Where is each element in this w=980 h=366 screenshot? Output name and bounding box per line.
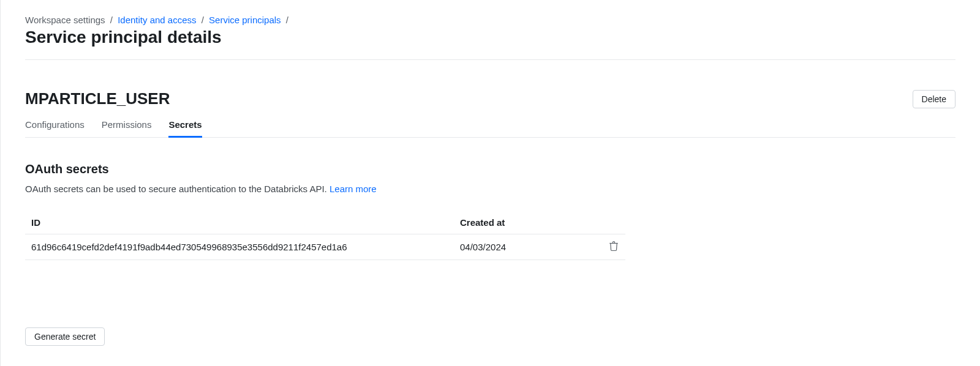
principal-name: MPARTICLE_USER [25, 89, 170, 108]
secrets-table: ID Created at 61d96c6419cefd2def4191f9ad… [25, 211, 625, 260]
breadcrumb: Workspace settings / Identity and access… [25, 15, 956, 25]
oauth-secrets-description-text: OAuth secrets can be used to secure auth… [25, 184, 330, 194]
breadcrumb-item-service-principals[interactable]: Service principals [209, 15, 281, 25]
breadcrumb-separator: / [199, 15, 206, 25]
table-row: 61d96c6419cefd2def4191f9adb44ed730549968… [25, 234, 625, 260]
page-root: Workspace settings / Identity and access… [0, 0, 980, 366]
table-header-row: ID Created at [25, 211, 625, 234]
principal-header: MPARTICLE_USER Delete [25, 89, 956, 108]
breadcrumb-separator: / [284, 15, 291, 25]
generate-secret-button[interactable]: Generate secret [25, 327, 105, 346]
column-header-actions [595, 211, 625, 234]
learn-more-link[interactable]: Learn more [330, 184, 377, 194]
trash-icon[interactable] [608, 241, 619, 252]
breadcrumb-item-workspace-settings: Workspace settings [25, 15, 105, 25]
tabs: Configurations Permissions Secrets [25, 116, 956, 138]
breadcrumb-item-identity-and-access[interactable]: Identity and access [118, 15, 196, 25]
column-header-created-at: Created at [454, 211, 595, 234]
tab-configurations[interactable]: Configurations [25, 116, 85, 138]
column-header-id: ID [25, 211, 454, 234]
oauth-secrets-title: OAuth secrets [25, 162, 956, 176]
generate-secret-wrap: Generate secret [25, 327, 956, 346]
breadcrumb-separator: / [108, 15, 115, 25]
secret-created-at-cell: 04/03/2024 [454, 234, 595, 260]
delete-button[interactable]: Delete [913, 90, 956, 108]
secret-actions-cell [595, 234, 625, 260]
page-title: Service principal details [25, 28, 956, 47]
divider [25, 59, 956, 60]
oauth-secrets-description: OAuth secrets can be used to secure auth… [25, 184, 956, 194]
tab-secrets[interactable]: Secrets [168, 116, 202, 138]
tab-permissions[interactable]: Permissions [102, 116, 152, 138]
secret-id-cell: 61d96c6419cefd2def4191f9adb44ed730549968… [25, 234, 454, 260]
